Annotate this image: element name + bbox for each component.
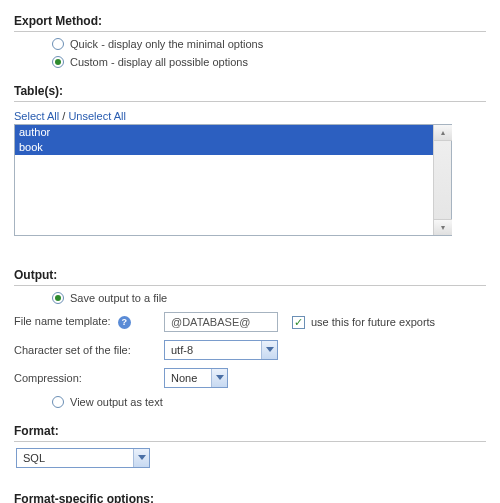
list-item[interactable]: author [15, 125, 433, 140]
help-icon[interactable]: ? [118, 316, 131, 329]
view-output-row[interactable]: View output as text [52, 396, 486, 408]
tables-heading: Table(s): [14, 78, 486, 102]
chevron-down-icon [211, 369, 227, 387]
charset-row: Character set of the file: utf-8 [14, 340, 486, 360]
radio-icon [52, 396, 64, 408]
export-method-custom-label: Custom - display all possible options [70, 56, 248, 68]
format-heading: Format: [14, 418, 486, 442]
filename-template-row: File name template: ? use this for futur… [14, 312, 486, 332]
export-method-quick-row[interactable]: Quick - display only the minimal options [52, 38, 486, 50]
chevron-down-icon [261, 341, 277, 359]
export-method-heading: Export Method: [14, 8, 486, 32]
tables-listbox[interactable]: author book ▴ ▾ [14, 124, 452, 236]
future-exports-label: use this for future exports [311, 316, 435, 328]
future-exports-checkbox[interactable] [292, 316, 305, 329]
filename-template-label: File name template: ? [14, 315, 164, 329]
view-output-label: View output as text [70, 396, 163, 408]
format-select[interactable]: SQL [16, 448, 150, 468]
export-method-quick-label: Quick - display only the minimal options [70, 38, 263, 50]
save-output-label: Save output to a file [70, 292, 167, 304]
save-output-row[interactable]: Save output to a file [52, 292, 486, 304]
list-item[interactable]: book [15, 140, 433, 155]
scrollbar[interactable]: ▴ ▾ [433, 125, 451, 235]
select-all-link[interactable]: Select All [14, 110, 59, 122]
unselect-all-link[interactable]: Unselect All [68, 110, 125, 122]
chevron-down-icon [133, 449, 149, 467]
scroll-up-icon[interactable]: ▴ [434, 125, 452, 141]
filename-template-input[interactable] [164, 312, 278, 332]
compression-row: Compression: None [14, 368, 486, 388]
output-heading: Output: [14, 262, 486, 286]
charset-value: utf-8 [165, 344, 261, 356]
format-specific-heading: Format-specific options: [14, 486, 486, 503]
tables-select-links: Select All / Unselect All [14, 110, 486, 122]
compression-value: None [165, 372, 211, 384]
compression-label: Compression: [14, 372, 164, 384]
scroll-down-icon[interactable]: ▾ [434, 219, 452, 235]
export-method-custom-row[interactable]: Custom - display all possible options [52, 56, 486, 68]
radio-icon [52, 56, 64, 68]
radio-icon [52, 38, 64, 50]
format-value: SQL [17, 452, 133, 464]
compression-select[interactable]: None [164, 368, 228, 388]
charset-select[interactable]: utf-8 [164, 340, 278, 360]
radio-icon [52, 292, 64, 304]
charset-label: Character set of the file: [14, 344, 164, 356]
